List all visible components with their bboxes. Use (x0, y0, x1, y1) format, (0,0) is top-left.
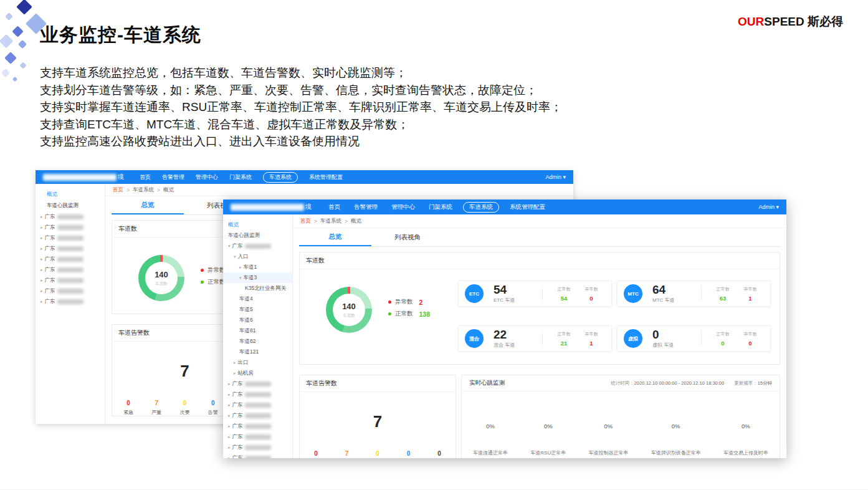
slide: 业务监控-车道系统 OURSPEED 斯必得 支持车道系统监控总览，包括车道数、… (0, 0, 868, 490)
tree-item-2[interactable]: ▾广东 (223, 241, 292, 251)
lane-type-badge: ETC (465, 284, 484, 303)
tree-item-21[interactable]: ▸广东 (223, 442, 292, 453)
arrow-right-icon: ▸ (228, 413, 231, 418)
feature-bullet-0: 支持车道系统监控总览，包括车道数、车道告警数、实时心跳监测等； (40, 64, 562, 82)
breadcrumb-item-0[interactable]: 首页 (113, 186, 123, 194)
sidebar-item-blurred-7[interactable]: ▸广东 (36, 286, 105, 296)
nav-menu: 首页告警管理管理中心门架系统车道系统系统管理配置 (322, 202, 552, 213)
blurred-text (57, 278, 83, 283)
tab-list-view[interactable]: 列表视角 (371, 228, 444, 246)
alarm-stat-value: 0 (434, 450, 444, 457)
nav-item-4[interactable]: 车道系统 (463, 202, 499, 213)
tree-item-8[interactable]: 车道5 (223, 304, 292, 315)
breadcrumb-item-2[interactable]: 概览 (163, 186, 174, 194)
tree-item-3[interactable]: ▾入口 (223, 251, 292, 262)
sidebar-item-blurred-1[interactable]: ▸广东 (36, 222, 105, 233)
caret-down-icon: ▾ (563, 174, 566, 180)
tree-item-19[interactable]: ▸广东 (223, 421, 292, 431)
tree-item-15[interactable]: ▸广东 (223, 378, 292, 389)
nav-item-3[interactable]: 门架系统 (229, 173, 252, 181)
decor-diamond (16, 0, 32, 15)
tree-item-14[interactable]: ▸站机房 (223, 368, 292, 378)
user-menu[interactable]: Admin ▾ (545, 174, 566, 180)
breadcrumb-item-0[interactable]: 首页 (300, 218, 311, 225)
nav-item-3[interactable]: 门架系统 (429, 203, 452, 211)
sidebar-item-blurred-6[interactable]: ▸广东 (36, 275, 105, 286)
alarm-stat-label: 严重 (151, 409, 161, 416)
freq-value: 15分钟 (758, 380, 772, 386)
lane-type-card-2: 混合22混合 车道正常数21异常数1 (458, 325, 612, 352)
alarm-stat-label: 次要 (180, 409, 190, 416)
window-body: 概览车道心跳监测▾广东▾入口▸车道1▾车道3K35北行业务网关车道4车道5车道6… (223, 214, 786, 458)
alarm-stat-1: 7严重 (151, 400, 161, 416)
metric-label: 车道牌识别设备正常率 (651, 449, 701, 456)
tree-item-4[interactable]: ▸车道1 (223, 262, 292, 272)
lane-donut-chart: 140 车道数 (138, 255, 184, 301)
divider (701, 286, 702, 302)
logo-suffix: 境 (305, 203, 312, 211)
lane-type-label: MTC 车道 (652, 297, 675, 304)
nav-item-1[interactable]: 告警管理 (354, 203, 378, 211)
tree-item-6[interactable]: K35北行业务网关 (223, 283, 292, 294)
nav-item-0[interactable]: 首页 (140, 173, 151, 181)
breadcrumb-item-1[interactable]: 车道系统 (320, 218, 341, 225)
sidebar-item-blurred-8[interactable]: ▸广东 (36, 296, 105, 307)
arrow-right-icon: ▸ (234, 371, 236, 376)
lane-count-value: 22 (494, 329, 515, 340)
sidebar-item-blurred-4[interactable]: ▸广东 (36, 254, 105, 264)
lane-type-label: ETC 车道 (494, 297, 515, 304)
tree-item-0[interactable]: 概览 (223, 219, 292, 230)
lane-abnormal-stat: 异常数1 (737, 286, 764, 302)
sidebar-item-label: 广东 (45, 245, 55, 252)
donut-caption: 车道数 (155, 281, 168, 287)
legend-abnormal: 异常数2 (388, 298, 430, 306)
breadcrumb-item-1[interactable]: 车道系统 (133, 186, 154, 194)
sidebar-item-blurred-5[interactable]: ▸广东 (36, 264, 105, 275)
sidebar-item-blurred-3[interactable]: ▸广东 (36, 243, 105, 254)
alarm-total: 7 (300, 392, 455, 431)
nav-item-5[interactable]: 系统管理配置 (510, 203, 545, 211)
red-dot-icon (201, 269, 204, 272)
tree-item-label: 站机房 (238, 370, 254, 377)
tab-overview[interactable]: 总览 (299, 228, 371, 246)
nav-item-2[interactable]: 管理中心 (196, 173, 218, 181)
tree-item-13[interactable]: ▸出口 (223, 357, 292, 368)
tab-overview[interactable]: 总览 (112, 196, 184, 214)
tree-item-22[interactable]: ▸广东 (223, 453, 292, 458)
sidebar-item-blurred-0[interactable]: ▸广东 (36, 211, 105, 222)
tree-item-label: 车道心跳监测 (228, 232, 260, 239)
tree-item-5[interactable]: ▾车道3 (223, 272, 292, 283)
alarm-stat-label: 紧急 (123, 409, 133, 416)
card-title: 车道告警数 (300, 375, 455, 392)
tree-item-7[interactable]: 车道4 (223, 294, 292, 304)
decor-diamond (12, 26, 23, 37)
sidebar-item-blurred-2[interactable]: ▸广东 (36, 233, 105, 243)
tree-item-label: 车道6 (239, 317, 253, 324)
tree-item-16[interactable]: ▸广东 (223, 389, 292, 400)
heartbeat-metric-0: 0%车道连通正常率 (473, 423, 508, 456)
alarm-stat-1: 7严重 (342, 450, 352, 458)
tree-item-12[interactable]: 车道121 (223, 347, 292, 357)
tree-item-9[interactable]: 车道6 (223, 315, 292, 325)
blurred-logo (43, 174, 117, 181)
tree-item-18[interactable]: ▸广东 (223, 410, 292, 421)
page-title: 业务监控-车道系统 (40, 22, 201, 48)
nav-item-1[interactable]: 告警管理 (162, 173, 184, 181)
sidebar-item-overview[interactable]: 概览 (36, 189, 105, 200)
tree-item-17[interactable]: ▸广东 (223, 400, 292, 410)
sidebar-item-label: 广东 (45, 298, 55, 305)
user-menu[interactable]: Admin ▾ (758, 204, 779, 210)
nav-item-0[interactable]: 首页 (328, 203, 340, 211)
tree-item-11[interactable]: 车道82 (223, 336, 292, 347)
sidebar-item-heartbeat[interactable]: 车道心跳监测 (36, 200, 105, 211)
tree-item-1[interactable]: 车道心跳监测 (223, 230, 292, 241)
tree-item-10[interactable]: 车道81 (223, 325, 292, 336)
nav-item-4[interactable]: 车道系统 (263, 172, 298, 183)
nav-item-2[interactable]: 管理中心 (391, 203, 415, 211)
blurred-text (245, 413, 271, 418)
stat-value: 54 (550, 295, 578, 302)
tree-item-20[interactable]: ▸广东 (223, 431, 292, 442)
content-area: 总览 列表视角 车道数 140 车道数 (293, 228, 786, 458)
nav-item-5[interactable]: 系统管理配置 (309, 173, 343, 181)
breadcrumb-item-2[interactable]: 概览 (351, 218, 361, 225)
